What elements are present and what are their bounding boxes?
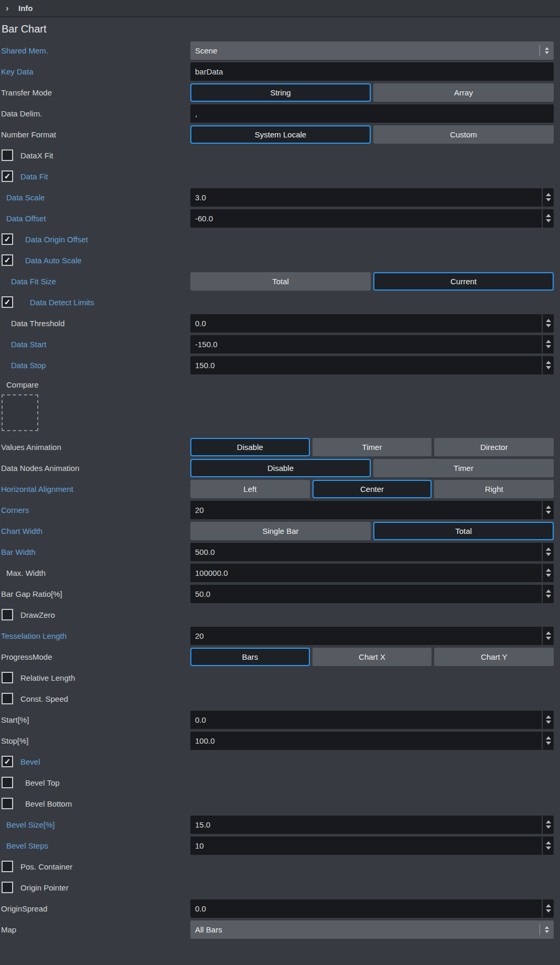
spinner-up-icon [546,340,551,343]
spinner-down-icon [546,742,551,745]
data-delim-input[interactable]: , [190,104,554,123]
max-width-input[interactable]: 100000.0 [190,564,542,582]
row-relative-length: Relative Length [0,667,560,688]
stop-percent-input[interactable]: 100.0 [190,732,542,750]
key-data-input[interactable]: barData [190,62,554,81]
max-width-spinner[interactable] [543,564,554,582]
shared-mem-value: Scene [190,46,540,55]
data-threshold-label: Data Threshold [0,319,64,328]
data-stop-spinner[interactable] [543,356,554,374]
data-offset-spinner[interactable] [543,209,554,228]
bevel-steps-spinner[interactable] [543,837,554,855]
data-start-input[interactable]: -150.0 [190,335,542,353]
originspread-spinner[interactable] [543,899,554,918]
originspread-input[interactable]: 0.0 [190,899,542,918]
values-animation-option-timer[interactable]: Timer [313,438,432,456]
number-format-option-custom[interactable]: Custom [373,125,554,144]
spinner-down-icon [546,574,551,577]
data-fit-checkbox[interactable]: ✓ [2,170,13,182]
map-dropdown[interactable]: All Bars [190,920,554,939]
data-scale-input[interactable]: 3.0 [190,188,542,207]
bar-width-input[interactable]: 500.0 [190,543,542,561]
start-percent-spinner[interactable] [543,711,554,729]
bevel-bottom-label: Bevel Bottom [25,799,72,808]
data-stop-input[interactable]: 150.0 [190,356,542,374]
data-auto-scale-checkbox[interactable]: ✓ [2,254,13,266]
data-fit-size-option-total[interactable]: Total [190,272,371,291]
bevel-top-checkbox[interactable] [2,777,13,788]
data-fit-size-option-current[interactable]: Current [373,272,554,291]
data-nodes-animation-segmented: DisableTimer [190,459,554,477]
horizontal-alignment-option-right[interactable]: Right [434,480,554,498]
bevel-checkbox[interactable]: ✓ [2,756,13,767]
data-nodes-animation-option-disable[interactable]: Disable [190,459,371,477]
dropdown-arrows-icon[interactable] [540,47,554,54]
spinner-up-icon [546,214,551,217]
pos-container-checkbox[interactable] [2,861,13,872]
chart-width-option-single-bar[interactable]: Single Bar [190,522,371,540]
transfer-mode-segmented: StringArray [190,83,554,102]
chevron-right-icon[interactable]: › [6,4,15,13]
corners-label: Corners [0,506,29,514]
row-data-fit: ✓Data Fit [0,166,560,187]
progress-mode-option-bars[interactable]: Bars [190,648,310,666]
horizontal-alignment-option-center[interactable]: Center [313,480,432,498]
transfer-mode-option-array[interactable]: Array [373,83,554,102]
row-bevel: ✓Bevel [0,751,560,772]
check-icon: ✓ [4,298,11,306]
datax-fit-checkbox[interactable] [2,149,13,161]
spinner-up-icon [546,506,551,509]
bar-gap-ratio-spinner[interactable] [543,585,554,603]
bar-gap-ratio-input[interactable]: 50.0 [190,585,542,603]
datax-fit-label: DataX Fit [20,151,53,160]
chart-width-option-total[interactable]: Total [373,522,554,540]
row-data-threshold: Data Threshold0.0 [0,313,560,334]
data-threshold-input[interactable]: 0.0 [190,314,542,333]
check-icon: ✓ [4,757,11,765]
data-offset-input[interactable]: -60.0 [190,209,542,228]
progress-mode-option-chart-x[interactable]: Chart X [313,648,432,666]
number-format-label: Number Format [0,130,56,139]
data-threshold-spinner[interactable] [543,314,554,333]
data-origin-offset-checkbox[interactable]: ✓ [2,233,13,245]
data-detect-limits-checkbox[interactable]: ✓ [2,296,13,308]
tesselation-length-spinner[interactable] [543,627,554,645]
const-speed-checkbox[interactable] [2,693,13,704]
number-format-option-system-locale[interactable]: System Locale [190,125,371,144]
tesselation-length-input[interactable]: 20 [190,627,542,645]
data-start-spinner[interactable] [543,335,554,353]
values-animation-label: Values Animation [0,443,61,452]
progress-mode-option-chart-y[interactable]: Chart Y [434,648,554,666]
dropdown-arrows-icon[interactable] [540,926,554,933]
compare-label: Compare [0,380,39,389]
drawzero-checkbox[interactable] [2,609,13,620]
stop-percent-spinner[interactable] [543,732,554,750]
bevel-size-percent-input[interactable]: 15.0 [190,816,542,834]
shared-mem-dropdown[interactable]: Scene [190,41,554,60]
corners-spinner[interactable] [543,501,554,519]
page-title: Bar Chart [0,17,560,40]
spinner-up-icon [546,631,551,635]
horizontal-alignment-option-left[interactable]: Left [190,480,310,498]
data-nodes-animation-option-timer[interactable]: Timer [373,459,554,477]
start-percent-input[interactable]: 0.0 [190,711,542,729]
relative-length-checkbox[interactable] [2,672,13,683]
bevel-bottom-checkbox[interactable] [2,798,13,809]
compare-dropzone[interactable] [2,394,38,431]
corners-input[interactable]: 20 [190,501,542,519]
bar-width-spinner[interactable] [543,543,554,561]
values-animation-option-disable[interactable]: Disable [190,438,310,456]
row-data-nodes-animation: Data Nodes AnimationDisableTimer [0,457,560,478]
row-data-offset: Data Offset-60.0 [0,208,560,229]
spinner-down-icon [546,637,551,640]
map-label: Map [0,925,16,934]
bevel-steps-input[interactable]: 10 [190,837,542,855]
origin-pointer-checkbox[interactable] [2,882,13,893]
values-animation-option-director[interactable]: Director [434,438,554,456]
data-scale-spinner[interactable] [543,188,554,207]
transfer-mode-option-string[interactable]: String [190,83,371,102]
arrow-up-icon [545,926,549,929]
bevel-size-percent-spinner[interactable] [543,816,554,834]
start-percent-label: Start[%] [0,715,29,724]
row-data-scale: Data Scale3.0 [0,187,560,208]
